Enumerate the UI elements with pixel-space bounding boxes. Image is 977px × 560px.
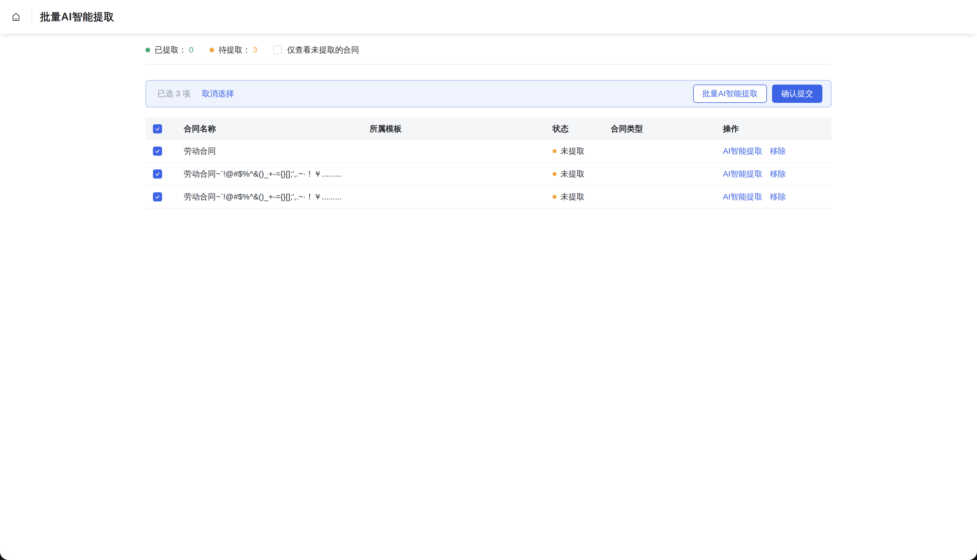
column-header-template: 所属模板 [362, 123, 545, 134]
remove-link[interactable]: 移除 [770, 192, 786, 202]
page-title: 批量AI智能提取 [40, 10, 114, 24]
summary-divider [145, 64, 832, 65]
table-row: 劳动合同 未提取 AI智能提取 移除 [145, 140, 832, 163]
row-checkbox[interactable] [153, 170, 162, 178]
ai-extract-link[interactable]: AI智能提取 [723, 192, 762, 202]
filter-unextracted-checkbox[interactable]: 仅查看未提取的合同 [273, 45, 359, 55]
row-checkbox[interactable] [153, 147, 162, 156]
main-content: 已提取： 0 待提取： 3 仅查看未提取的合同 已选 3 项 取消选择 批量AI… [145, 34, 832, 208]
batch-extract-button[interactable]: 批量AI智能提取 [693, 85, 767, 103]
ai-extract-link[interactable]: AI智能提取 [723, 146, 762, 157]
page: 批量AI智能提取 已提取： 0 待提取： 3 仅查看未提取的合同 已选 3 项 … [0, 0, 977, 560]
pending-status-dot-icon [209, 48, 214, 52]
remove-link[interactable]: 移除 [770, 146, 786, 157]
pending-label: 待提取： [219, 45, 251, 55]
contract-name: 劳动合同~`!@#$%^&()_+-={}[];',.~·！￥......... [176, 168, 362, 180]
home-button[interactable] [11, 12, 21, 22]
selected-count-text: 已选 3 项 [157, 88, 190, 99]
column-header-actions: 操作 [715, 123, 832, 134]
column-header-type: 合同类型 [603, 123, 715, 134]
checkbox-unchecked-icon[interactable] [273, 46, 282, 54]
confirm-submit-button[interactable]: 确认提交 [772, 85, 822, 103]
table-row: 劳动合同~`!@#$%^&()_+-={}[];',.~·！￥.........… [145, 163, 832, 186]
checkmark-icon [154, 171, 160, 177]
status-dot-icon [553, 149, 556, 153]
select-all-checkbox[interactable] [153, 124, 162, 133]
table-row: 劳动合同~`!@#$%^&()_+-={}[];',.~·！￥.........… [145, 186, 832, 208]
contract-name: 劳动合同~`!@#$%^&()_+-={}[];',.~·！￥......... [176, 192, 362, 202]
row-checkbox[interactable] [153, 192, 162, 202]
column-header-name: 合同名称 [176, 123, 362, 134]
contract-name: 劳动合同 [176, 146, 362, 157]
contracts-table: 合同名称 所属模板 状态 合同类型 操作 劳动合同 [145, 118, 832, 208]
app-header: 批量AI智能提取 [0, 0, 977, 34]
selection-bar: 已选 3 项 取消选择 批量AI智能提取 确认提交 [145, 80, 832, 107]
remove-link[interactable]: 移除 [770, 168, 786, 180]
checkmark-icon [154, 148, 160, 154]
filter-unextracted-label: 仅查看未提取的合同 [287, 45, 359, 55]
summary-row: 已提取： 0 待提取： 3 仅查看未提取的合同 [145, 43, 832, 57]
pending-count: 3 [253, 45, 257, 55]
extracted-label: 已提取： [155, 45, 187, 55]
status-text: 未提取 [561, 168, 585, 180]
status-dot-icon [553, 195, 556, 199]
clear-selection-link[interactable]: 取消选择 [202, 88, 234, 99]
header-divider [32, 10, 32, 23]
checkmark-icon [154, 194, 160, 200]
checkmark-icon [154, 126, 160, 132]
extracted-count: 0 [189, 45, 194, 55]
home-icon [11, 12, 21, 22]
status-dot-icon [553, 172, 556, 176]
status-text: 未提取 [561, 146, 585, 157]
column-header-status: 状态 [545, 123, 603, 134]
table-header-row: 合同名称 所属模板 状态 合同类型 操作 [145, 118, 832, 140]
ai-extract-link[interactable]: AI智能提取 [723, 168, 762, 180]
status-text: 未提取 [561, 192, 585, 202]
extracted-status-dot-icon [145, 48, 150, 52]
